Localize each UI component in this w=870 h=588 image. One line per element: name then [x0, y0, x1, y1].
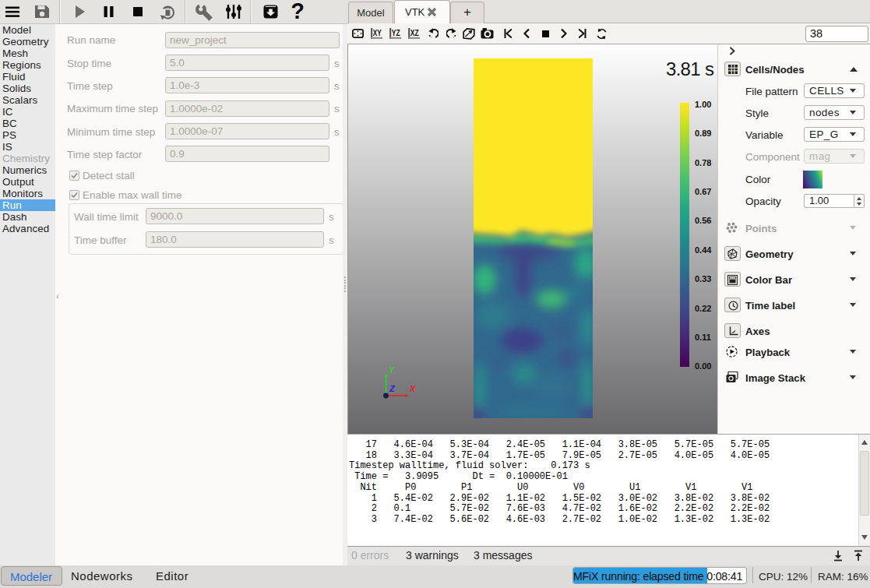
svg-text:X: X	[409, 384, 416, 393]
svg-text:YZ: YZ	[392, 28, 400, 37]
svg-text:Z: Z	[389, 384, 396, 393]
svg-text:Y: Y	[389, 365, 396, 375]
svg-text:XZ: XZ	[410, 28, 419, 37]
svg-text:XY: XY	[373, 28, 382, 37]
